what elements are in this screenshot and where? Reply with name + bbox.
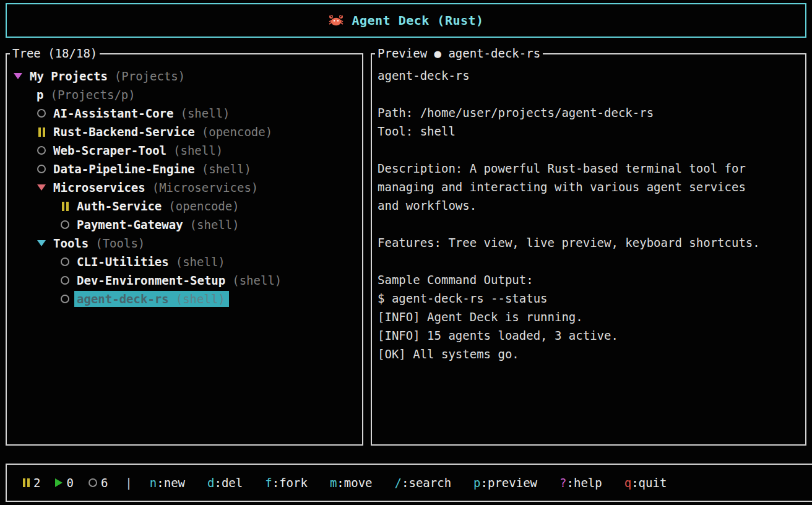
- tree-item-suffix: (shell): [190, 218, 240, 231]
- tree-row-auth-service[interactable]: Auth-Service(opencode): [7, 197, 362, 215]
- preview-line: and workflows.: [378, 196, 799, 215]
- tree-item-name: My Projects: [30, 69, 108, 83]
- preview-line: agent-deck-rs: [378, 66, 799, 85]
- circle-icon: [37, 146, 46, 155]
- agent-counts: 2 0 6: [23, 476, 123, 490]
- shortcut-label: :preview: [481, 476, 538, 490]
- tree-item-name: Tools: [53, 236, 89, 250]
- tree-row-my-projects[interactable]: My Projects(Projects): [7, 67, 362, 85]
- status-bar: 2 0 6 | n:newd:delf:forkm:move/:searchp:…: [6, 464, 812, 502]
- preview-line: [INFO] Agent Deck is running.: [378, 308, 799, 326]
- tree-row-tools[interactable]: Tools(Tools): [7, 234, 362, 252]
- shortcut-key: n: [150, 476, 157, 490]
- preview-line: Path: /home/user/projects/agent-deck-rs: [378, 103, 799, 122]
- status-bar-separator: |: [125, 476, 132, 490]
- tree-item-suffix: (Tools): [95, 236, 145, 250]
- shortcut-key: f: [265, 476, 272, 490]
- shortcut-key: m: [330, 476, 337, 490]
- shortcut-key: /: [395, 476, 402, 490]
- preview-line: [378, 215, 799, 233]
- circle-icon: [37, 109, 46, 118]
- shortcut-preview: p:preview: [473, 476, 537, 490]
- triangle-down-icon: [13, 73, 23, 79]
- agent-deck-app: Agent Deck (Rust) Tree (18/18) My Projec…: [0, 0, 812, 505]
- tree-item-suffix: (Projects/p): [50, 88, 135, 101]
- shortcut-move: m:move: [330, 476, 373, 490]
- tree-item-name: agent-deck-rs: [77, 292, 169, 306]
- tree-item-suffix: (shell): [180, 106, 230, 120]
- shortcut-label: :search: [402, 476, 451, 490]
- tree-item-name: CLI-Utilities: [77, 255, 169, 269]
- tree-item-name: Data-Pipeline-Engine: [53, 162, 195, 176]
- pause-icon: [23, 478, 30, 487]
- tree-row-dev-environment-setup[interactable]: Dev-Environment-Setup(shell): [7, 271, 362, 290]
- circle-icon: [37, 165, 46, 173]
- shortcut-fork: f:fork: [265, 476, 308, 490]
- tree-item-suffix: (Projects): [114, 69, 185, 83]
- tree-item-name: Web-Scraper-Tool: [53, 144, 166, 157]
- pause-icon: [37, 127, 46, 137]
- triangle-down-icon: [37, 240, 46, 246]
- tree-item-name: Auth-Service: [77, 199, 162, 213]
- count-circle: 6: [89, 476, 108, 490]
- shortcut-key: d: [207, 476, 214, 490]
- preview-line: [OK] All systems go.: [378, 345, 799, 363]
- shortcut-hints: n:newd:delf:forkm:move/:searchp:preview?…: [150, 476, 689, 490]
- tree-item-suffix: (shell): [232, 274, 282, 287]
- preview-line: Tool: shell: [378, 122, 799, 140]
- count-play: 0: [55, 476, 73, 490]
- circle-icon: [89, 478, 97, 487]
- tree-item-name: p: [37, 88, 43, 101]
- tree-item-name: Dev-Environment-Setup: [77, 274, 225, 287]
- preview-panel-title: Preview ● agent-deck-rs: [375, 46, 543, 61]
- tree-row-data-pipeline-engine[interactable]: Data-Pipeline-Engine(shell): [7, 160, 362, 178]
- tree-panel: Tree (18/18) My Projects(Projects) p(Pro…: [6, 53, 363, 446]
- preview-line: Description: A powerful Rust-based termi…: [378, 159, 799, 178]
- shortcut-label: :new: [157, 476, 185, 490]
- play-icon: [55, 478, 63, 487]
- tree-item-name: Payment-Gateway: [77, 218, 183, 231]
- tree-item-suffix: (opencode): [168, 199, 239, 213]
- tree-item-suffix: (shell): [202, 162, 251, 176]
- tree-row-rust-backend-service[interactable]: Rust-Backend-Service(opencode): [7, 123, 362, 141]
- shortcut-label: :fork: [272, 476, 308, 490]
- pause-icon: [60, 202, 70, 211]
- preview-line: [378, 85, 799, 103]
- shortcut-key: p: [473, 476, 480, 490]
- tree-item-name: AI-Assistant-Core: [53, 106, 173, 120]
- preview-line: Features: Tree view, live preview, keybo…: [378, 233, 799, 252]
- app-header: Agent Deck (Rust): [6, 3, 806, 38]
- shortcut-label: :quit: [631, 476, 667, 490]
- tree-row-cli-utilities[interactable]: CLI-Utilities(shell): [7, 252, 362, 271]
- shortcut-search: /:search: [395, 476, 452, 490]
- tree-item-name: Rust-Backend-Service: [53, 125, 195, 139]
- tree-item-suffix: (shell): [173, 144, 223, 157]
- preview-line: $ agent-deck-rs --status: [378, 289, 799, 308]
- tree-item-suffix: (opencode): [202, 125, 272, 139]
- tree-row-p[interactable]: p(Projects/p): [7, 85, 362, 104]
- tree-row-microservices[interactable]: Microservices(Microservices): [7, 178, 362, 197]
- tree-item-suffix: (shell): [176, 292, 225, 306]
- triangle-down-icon: [37, 184, 46, 191]
- circle-icon: [60, 257, 70, 266]
- tree-row-payment-gateway[interactable]: Payment-Gateway(shell): [7, 215, 362, 234]
- shortcut-key: q: [624, 476, 631, 490]
- crab-icon: [328, 14, 344, 27]
- tree-item-suffix: (shell): [176, 255, 225, 269]
- shortcut-label: :move: [337, 476, 372, 490]
- preview-line: [378, 252, 799, 270]
- tree-item-suffix: (Microservices): [152, 181, 259, 194]
- count-pause: 2: [23, 476, 40, 490]
- tree-item-name: Microservices: [53, 181, 145, 194]
- shortcut-label: :del: [214, 476, 243, 490]
- tree-row-web-scraper-tool[interactable]: Web-Scraper-Tool(shell): [7, 141, 362, 160]
- shortcut-label: :help: [567, 476, 602, 490]
- preview-line: Sample Command Output:: [378, 270, 799, 289]
- preview-line: managing and interacting with various ag…: [378, 178, 799, 196]
- circle-icon: [60, 276, 70, 285]
- tree-row-ai-assistant-core[interactable]: AI-Assistant-Core(shell): [7, 104, 362, 123]
- shortcut-del: d:del: [207, 476, 243, 490]
- shortcut-key: ?: [559, 476, 566, 490]
- tree-panel-title: Tree (18/18): [10, 46, 100, 61]
- tree-row-agent-deck-rs[interactable]: agent-deck-rs(shell): [7, 290, 362, 308]
